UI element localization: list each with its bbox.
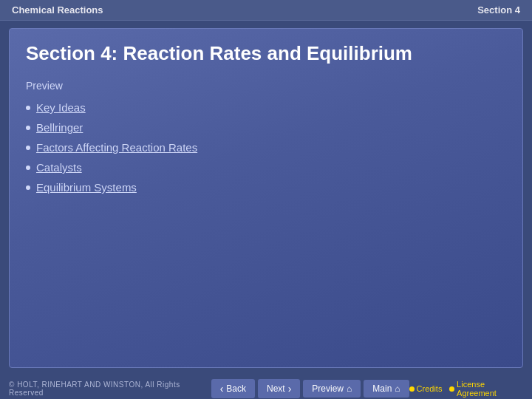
back-button[interactable]: Back [211, 379, 255, 398]
link-factors[interactable]: Factors Affecting Reaction Rates [36, 141, 197, 154]
credits-label: Credits [417, 384, 443, 393]
back-label: Back [226, 383, 246, 394]
link-catalysts[interactable]: Catalysts [36, 161, 82, 174]
arrow-left-icon [220, 383, 224, 395]
bullet-dot [26, 185, 30, 190]
license-label: License Agreement [457, 380, 523, 398]
bottom-links: Credits License Agreement [409, 380, 523, 398]
next-button[interactable]: Next [258, 379, 300, 398]
bullet-dot [26, 146, 30, 150]
bullet-dot [26, 106, 30, 110]
list-item: Factors Affecting Reaction Rates [26, 137, 506, 157]
nav-buttons: Back Next Preview Main [211, 379, 409, 398]
bullet-dot [26, 126, 30, 130]
arrow-right-icon [288, 383, 292, 395]
header-left-label: Chemical Reactions [12, 4, 103, 16]
main-button[interactable]: Main [364, 380, 409, 398]
list-item: Bellringer [26, 117, 506, 137]
preview-button[interactable]: Preview [303, 380, 361, 398]
preview-label: Preview [312, 383, 344, 394]
license-link[interactable]: License Agreement [449, 380, 523, 398]
copyright-text: © HOLT, RINEHART AND WINSTON, All Rights… [9, 381, 211, 397]
link-equilibrium[interactable]: Equilibrium Systems [36, 181, 137, 194]
title-prefix: Section 4: [26, 42, 117, 64]
list-item: Equilibrium Systems [26, 177, 506, 197]
title-main: Reaction Rates and Equilibrium [117, 42, 412, 64]
header-right-label: Section 4 [477, 4, 520, 16]
bottom-bar: © HOLT, RINEHART AND WINSTON, All Rights… [0, 375, 532, 399]
preview-label: Preview [26, 80, 506, 92]
credits-link[interactable]: Credits [409, 384, 443, 393]
slide-content: Section 4: Reaction Rates and Equilibriu… [9, 28, 523, 368]
main-home-icon [395, 383, 400, 394]
link-bellringer[interactable]: Bellringer [36, 121, 83, 134]
bullet-list: Key Ideas Bellringer Factors Affecting R… [26, 98, 506, 197]
header-bar: Chemical Reactions Section 4 [0, 0, 532, 21]
license-dot [449, 386, 454, 392]
list-item: Catalysts [26, 157, 506, 177]
slide-title: Section 4: Reaction Rates and Equilibriu… [26, 42, 506, 65]
credits-dot [409, 386, 415, 392]
bullet-dot [26, 166, 30, 170]
list-item: Key Ideas [26, 98, 506, 117]
next-label: Next [267, 383, 285, 394]
home-icon [347, 383, 352, 394]
main-label: Main [372, 383, 392, 394]
link-key-ideas[interactable]: Key Ideas [36, 101, 86, 114]
